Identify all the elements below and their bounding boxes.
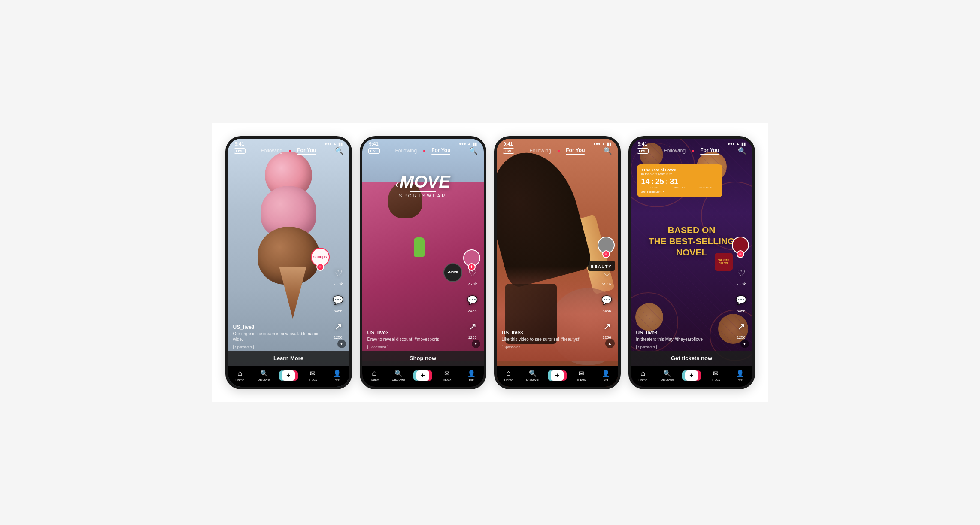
status-icons-1: ●●● ▲ ▮▮ — [325, 142, 342, 146]
user-info-4: US_live3 In theaters this May #theyearof… — [636, 330, 727, 350]
scroll-up-3[interactable]: ▲ — [605, 339, 615, 348]
cta-bar-4: Get tickets now — [631, 351, 752, 366]
username-1: US_live3 — [233, 324, 324, 330]
nav-create-2[interactable]: + — [411, 370, 435, 381]
like-count-3: 25.3k — [602, 282, 611, 286]
nav-inbox-2[interactable]: ✉Inbox — [435, 370, 459, 382]
like-count-1: 25.3k — [333, 282, 343, 286]
user-info-1: US_live3 Our organic ice cream is now av… — [233, 324, 324, 350]
status-time-4: 9:41 — [638, 141, 647, 146]
actions-panel-2: ♡ 25.3k 💬 3456 ↗ 1256 — [465, 266, 480, 340]
search-icon-4[interactable]: 🔍 — [738, 147, 746, 155]
comment-count-4: 3456 — [737, 309, 745, 313]
comment-count-1: 3456 — [334, 309, 342, 313]
like-action-4[interactable]: ♡ 25.3k — [734, 266, 749, 286]
avatar-plus-4[interactable]: + — [737, 250, 744, 258]
phone-4: 9:41 ●●●▲▮▮ LIVE Following For You 🔍 <Th… — [628, 136, 755, 389]
like-action-1[interactable]: ♡ 25.3k — [331, 266, 346, 286]
nav-discover-4[interactable]: 🔍Discover — [655, 370, 680, 382]
share-action-1[interactable]: ↗ 1256 — [331, 319, 346, 340]
nav-me-1[interactable]: 👤 Me — [325, 370, 349, 382]
seconds-label: SECONDS — [694, 186, 718, 189]
bottom-nav-1: ⌂ Home 🔍 Discover + ✉ Inbox 👤 Me — [228, 366, 349, 387]
scroll-down-4[interactable]: ▼ — [740, 340, 749, 348]
nav-create-4[interactable]: + — [680, 370, 704, 381]
nav-foryou-3[interactable]: For You — [566, 147, 585, 155]
cta-button-4[interactable]: Get tickets now — [671, 355, 712, 361]
nav-discover-2[interactable]: 🔍Discover — [386, 370, 411, 382]
comment-action-3[interactable]: 💬 3456 — [599, 292, 615, 313]
scroll-down-1[interactable]: ▼ — [337, 340, 346, 348]
username-4: US_live3 — [636, 330, 727, 336]
nav-inbox-3[interactable]: ✉Inbox — [569, 370, 594, 382]
move-logo: ‹MOVE SPORTSWEAR — [362, 173, 484, 198]
status-time-1: 9:41 — [235, 141, 244, 146]
status-bar-3: 9:41 ●●●▲▮▮ — [497, 139, 618, 147]
cta-bar-1: Learn More — [228, 351, 349, 366]
like-count-4: 25.3k — [736, 282, 746, 286]
share-action-4[interactable]: ↗ 1256 — [734, 319, 749, 340]
nav-inbox-4[interactable]: ✉Inbox — [704, 370, 728, 382]
comment-count-3: 3456 — [602, 309, 611, 313]
scroll-down-2[interactable]: ▼ — [472, 340, 480, 348]
nav-me-3[interactable]: 👤Me — [594, 370, 618, 382]
nav-home-2[interactable]: ⌂Home — [362, 369, 387, 382]
avatar-container-3: + — [598, 237, 615, 258]
cta-button-1[interactable]: Learn More — [273, 355, 303, 361]
bottom-nav-3: ⌂Home 🔍Discover + ✉Inbox 👤Me — [497, 366, 618, 387]
countdown-colon1: : — [652, 178, 654, 185]
hours-label: HOURS — [641, 186, 666, 189]
sponsored-badge-1: Sponsored — [233, 345, 254, 349]
nav-following-1[interactable]: Following — [261, 148, 283, 154]
nav-inbox-1[interactable]: ✉ Inbox — [300, 370, 325, 382]
status-time-3: 9:41 — [504, 141, 513, 146]
nav-me-4[interactable]: 👤Me — [728, 370, 752, 382]
nav-home-3[interactable]: ⌂Home — [497, 369, 521, 382]
share-count-1: 1256 — [334, 335, 342, 340]
minutes-label: MINUTES — [667, 186, 692, 189]
nav-home-4[interactable]: ⌂Home — [631, 369, 655, 382]
comment-action-1[interactable]: 💬 3456 — [331, 292, 346, 313]
countdown-subtitle: In theaters May 19th — [641, 172, 718, 176]
sponsored-badge-2: Sponsored — [367, 345, 388, 349]
caption-2: Draw to reveal discount! #movesports — [367, 337, 458, 342]
scoops-plus[interactable]: + — [316, 263, 324, 271]
share-count-2: 1256 — [468, 335, 476, 340]
user-info-3: US_live3 Like this video to see surprise… — [502, 330, 592, 350]
cta-bar-2: Shop now — [362, 351, 484, 366]
nav-following-4[interactable]: Following — [664, 148, 686, 154]
nav-create-1[interactable]: + — [276, 370, 301, 381]
phone-3: 9:41 ●●●▲▮▮ LIVE Following For You 🔍 BEA… — [494, 136, 621, 389]
nav-foryou-1[interactable]: For You — [297, 147, 316, 155]
live-badge-2: LIVE — [368, 148, 380, 154]
live-badge-4: LIVE — [637, 148, 649, 154]
countdown-hours: 14 — [641, 178, 650, 185]
nav-foryou-4[interactable]: For You — [700, 147, 719, 155]
nav-foryou-2[interactable]: For You — [431, 147, 450, 155]
nav-following-2[interactable]: Following — [395, 148, 417, 154]
bottom-nav-2: ⌂Home 🔍Discover + ✉Inbox 👤Me — [362, 366, 484, 387]
top-nav-2: LIVE Following For You 🔍 — [362, 147, 484, 155]
nav-me-2[interactable]: 👤Me — [459, 370, 484, 382]
avatar-plus-3[interactable]: + — [602, 250, 610, 258]
comment-action-2[interactable]: 💬 3456 — [465, 292, 480, 313]
search-icon-1[interactable]: 🔍 — [335, 147, 343, 155]
nav-create-3[interactable]: + — [545, 370, 570, 381]
search-icon-2[interactable]: 🔍 — [469, 147, 478, 155]
cta-button-2[interactable]: Shop now — [410, 355, 436, 361]
share-action-3[interactable]: ↗ 1256 — [599, 319, 615, 340]
caption-3: Like this video to see surprise! #beauty… — [502, 337, 592, 342]
username-3: US_live3 — [502, 330, 592, 336]
top-nav-3: LIVE Following For You 🔍 — [497, 147, 618, 155]
nav-discover-1[interactable]: 🔍 Discover — [252, 370, 276, 382]
share-action-2[interactable]: ↗ 1256 — [465, 319, 480, 340]
countdown-reminder[interactable]: Set reminder > — [641, 190, 718, 194]
search-icon-3[interactable]: 🔍 — [604, 147, 612, 155]
nav-following-3[interactable]: Following — [530, 148, 552, 154]
countdown-title: <The Year of Love> — [641, 168, 718, 172]
comment-action-4[interactable]: 💬 3456 — [734, 292, 749, 313]
nav-home-1[interactable]: ⌂ Home — [228, 369, 252, 382]
avatar-plus-2[interactable]: + — [468, 263, 476, 271]
status-time-2: 9:41 — [369, 141, 379, 146]
nav-discover-3[interactable]: 🔍Discover — [521, 370, 545, 382]
